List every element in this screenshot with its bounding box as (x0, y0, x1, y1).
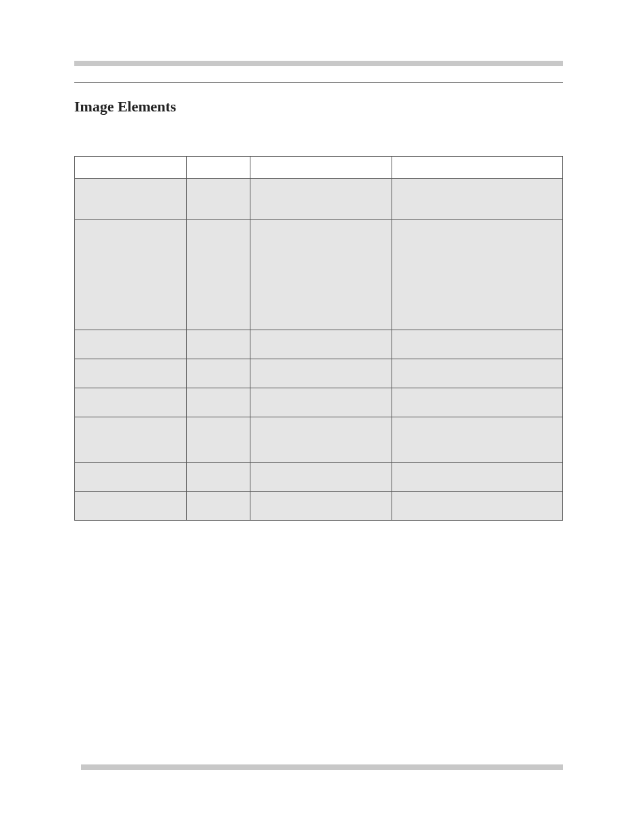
table-row (75, 388, 563, 417)
table-row (75, 463, 563, 492)
table-cell (187, 388, 250, 417)
table-cell (75, 330, 187, 359)
table-cell (187, 220, 250, 330)
table-cell (187, 463, 250, 492)
table-cell (392, 463, 562, 492)
table-row (75, 330, 563, 359)
table-row (75, 179, 563, 220)
table-header-cell (75, 157, 187, 179)
table-cell (392, 388, 562, 417)
table-cell (75, 492, 187, 521)
table-cell (250, 220, 392, 330)
top-thick-rule (74, 61, 563, 66)
table-header-cell (250, 157, 392, 179)
table-row (75, 417, 563, 463)
table-cell (75, 179, 187, 220)
table-cell (187, 492, 250, 521)
page: Image Elements (0, 0, 644, 834)
spec-table (74, 156, 563, 521)
table-header-cell (187, 157, 250, 179)
section-heading: Image Elements (74, 98, 563, 115)
table-cell (187, 417, 250, 463)
table-header-cell (392, 157, 562, 179)
table-row (75, 359, 563, 388)
table-row (75, 220, 563, 330)
table-cell (250, 463, 392, 492)
table-cell (250, 179, 392, 220)
table-cell (392, 330, 562, 359)
table-cell (392, 492, 562, 521)
table-cell (250, 330, 392, 359)
table-cell (392, 179, 562, 220)
table-cell (392, 220, 562, 330)
table-cell (75, 463, 187, 492)
table-row (75, 492, 563, 521)
table-cell (75, 417, 187, 463)
table-head (75, 157, 563, 179)
table-cell (187, 359, 250, 388)
table-cell (75, 220, 187, 330)
table-cell (250, 388, 392, 417)
table-cell (392, 359, 562, 388)
table-cell (250, 359, 392, 388)
table-body (75, 179, 563, 521)
table-cell (187, 179, 250, 220)
thin-rule (74, 82, 563, 83)
table-cell (392, 417, 562, 463)
table-cell (187, 330, 250, 359)
table-cell (75, 388, 187, 417)
table-cell (250, 492, 392, 521)
table-cell (250, 417, 392, 463)
bottom-thick-rule (81, 764, 563, 770)
table-cell (75, 359, 187, 388)
